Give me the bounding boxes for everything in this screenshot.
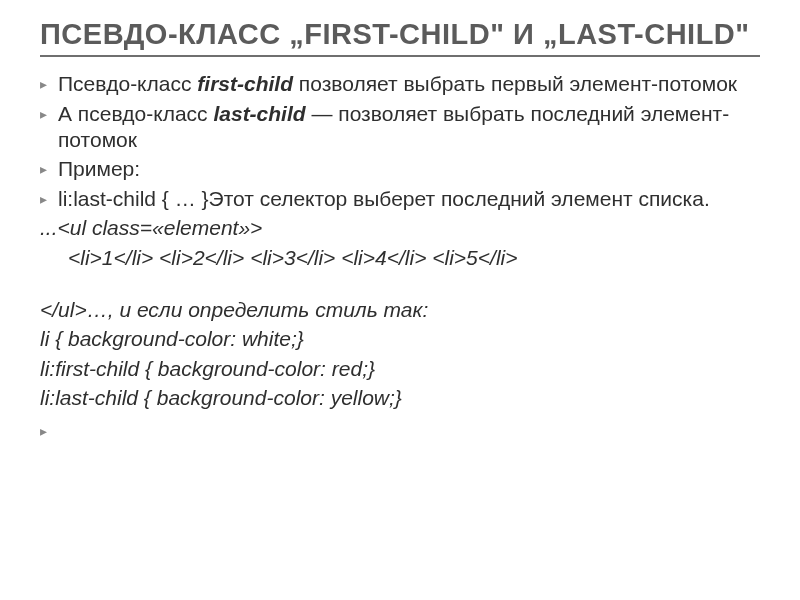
bullet-item-1: Псевдо-класс first-child позволяет выбра… bbox=[40, 71, 760, 97]
bullet-1-post: позволяет выбрать первый элемент-потомок bbox=[293, 72, 737, 95]
code-line-5: li:first-child { background-color: red;} bbox=[40, 356, 760, 382]
bullet-list: Псевдо-класс first-child позволяет выбра… bbox=[40, 71, 760, 211]
trailing-bullet-icon bbox=[40, 423, 760, 439]
bullet-1-pre: Псевдо-класс bbox=[58, 72, 197, 95]
bullet-3-text: Пример: bbox=[58, 157, 140, 180]
bullet-item-2: А псевдо-класс last-child — позволяет вы… bbox=[40, 101, 760, 152]
code-line-3: </ul>…, и если определить стиль так: bbox=[40, 297, 760, 323]
code-line-2: <li>1</li> <li>2</li> <li>3</li> <li>4</… bbox=[68, 245, 760, 271]
code-line-4: li { background-color: white;} bbox=[40, 326, 760, 352]
blank-line bbox=[40, 275, 760, 293]
code-line-1: ...<ul class=«element»> bbox=[40, 215, 760, 241]
slide: ПСЕВДО-КЛАСС „FIRST-CHILD" И „LAST-CHILD… bbox=[0, 0, 800, 600]
bullet-2-term: last-child bbox=[213, 102, 305, 125]
bullet-item-4: li:last-child { … }Этот селектор выберет… bbox=[40, 186, 760, 212]
bullet-2-pre: А псевдо-класс bbox=[58, 102, 213, 125]
page-title: ПСЕВДО-КЛАСС „FIRST-CHILD" И „LAST-CHILD… bbox=[40, 18, 760, 57]
code-line-6: li:last-child { background-color: yellow… bbox=[40, 385, 760, 411]
bullet-1-term: first-child bbox=[197, 72, 293, 95]
bullet-item-3: Пример: bbox=[40, 156, 760, 182]
bullet-4-text: li:last-child { … }Этот селектор выберет… bbox=[58, 187, 710, 210]
